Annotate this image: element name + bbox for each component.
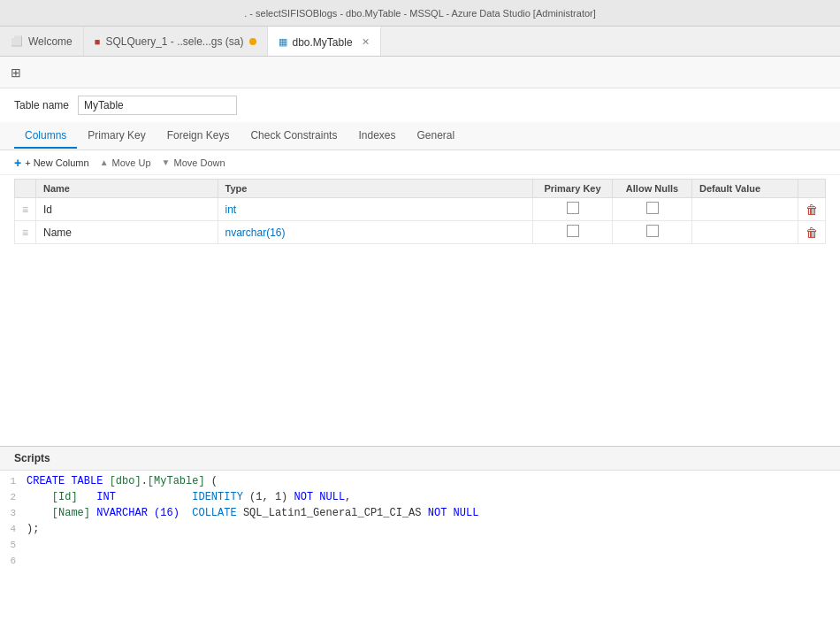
action-bar: + + New Column ▲ Move Up ▼ Move Down bbox=[0, 150, 840, 175]
delete-name-button[interactable]: 🗑 bbox=[806, 226, 818, 240]
checkbox-name-nulls[interactable] bbox=[646, 225, 659, 237]
cell-id-allow-nulls[interactable] bbox=[613, 198, 692, 221]
drag-handle-name: ≡ bbox=[15, 221, 36, 244]
arrow-down-icon: ▼ bbox=[162, 157, 171, 167]
cell-name-default[interactable] bbox=[692, 221, 798, 244]
th-allow-nulls: Allow Nulls bbox=[613, 180, 692, 198]
tab-mytable-label: dbo.MyTable bbox=[293, 36, 353, 49]
tab-foreign-keys[interactable]: Foreign Keys bbox=[157, 124, 241, 149]
grid-icon: ⊞ bbox=[11, 65, 21, 80]
scripts-header: Scripts bbox=[0, 447, 840, 471]
plus-icon: + bbox=[14, 156, 21, 170]
tab-bar: ⬜ Welcome ■ SQLQuery_1 - ..sele...gs (sa… bbox=[0, 27, 840, 57]
cell-name-delete[interactable]: 🗑 bbox=[798, 221, 826, 244]
tab-welcome[interactable]: ⬜ Welcome bbox=[0, 27, 84, 56]
line-content-6 bbox=[27, 555, 840, 567]
table-name-row: Table name bbox=[0, 88, 840, 122]
tab-sqlquery[interactable]: ■ SQLQuery_1 - ..sele...gs (sa) bbox=[84, 27, 268, 56]
line-content-5 bbox=[27, 539, 840, 551]
line-num-1: 1 bbox=[0, 476, 27, 487]
scripts-section: Scripts 1 CREATE TABLE [dbo].[MyTable] (… bbox=[0, 446, 840, 645]
tab-indexes[interactable]: Indexes bbox=[347, 124, 406, 149]
th-drag bbox=[15, 180, 36, 198]
th-default-value: Default Value bbox=[692, 180, 798, 198]
spacer bbox=[0, 248, 840, 446]
cell-id-default[interactable] bbox=[692, 198, 798, 221]
line-num-3: 3 bbox=[0, 508, 27, 518]
line-content-3: [Name] NVARCHAR (16) COLLATE SQL_Latin1_… bbox=[27, 507, 840, 519]
table-name-label: Table name bbox=[14, 99, 69, 111]
script-line-2: 2 [Id] INT IDENTITY (1, 1) NOT NULL, bbox=[0, 490, 840, 506]
cell-name-primary-key[interactable] bbox=[533, 221, 613, 244]
line-content-4: ); bbox=[27, 523, 840, 535]
th-actions bbox=[798, 180, 826, 198]
table-header-row: Name Type Primary Key Allow Nulls Defaul… bbox=[15, 180, 826, 198]
cell-id-primary-key[interactable] bbox=[533, 198, 613, 221]
script-line-3: 3 [Name] NVARCHAR (16) COLLATE SQL_Latin… bbox=[0, 506, 840, 522]
tab-welcome-label: Welcome bbox=[28, 35, 73, 48]
cell-name-type[interactable]: nvarchar(16) bbox=[218, 221, 533, 244]
tab-sqlquery-label: SQLQuery_1 - ..sele...gs (sa) bbox=[105, 35, 243, 48]
script-line-6: 6 bbox=[0, 554, 840, 570]
tab-primary-key[interactable]: Primary Key bbox=[77, 124, 156, 149]
cell-id-name[interactable]: Id bbox=[36, 198, 218, 221]
checkbox-id-pk[interactable] bbox=[567, 202, 579, 214]
move-up-button[interactable]: ▲ Move Up bbox=[100, 157, 151, 168]
table-name-input[interactable] bbox=[78, 96, 237, 115]
checkbox-id-nulls[interactable] bbox=[646, 202, 659, 214]
welcome-icon: ⬜ bbox=[11, 35, 23, 47]
new-column-button[interactable]: + + New Column bbox=[14, 156, 89, 170]
content-wrapper: ⊞ Table name Columns Primary Key Foreign… bbox=[0, 57, 840, 644]
columns-table: Name Type Primary Key Allow Nulls Defaul… bbox=[14, 179, 826, 244]
th-type: Type bbox=[218, 180, 533, 198]
line-content-2: [Id] INT IDENTITY (1, 1) NOT NULL, bbox=[27, 491, 840, 503]
line-content-1: CREATE TABLE [dbo].[MyTable] ( bbox=[27, 475, 840, 487]
move-down-button[interactable]: ▼ Move Down bbox=[162, 157, 225, 168]
script-line-4: 4 ); bbox=[0, 522, 840, 538]
tab-check-constraints[interactable]: Check Constraints bbox=[240, 124, 347, 149]
tab-columns[interactable]: Columns bbox=[14, 124, 77, 149]
unsaved-dot bbox=[249, 38, 256, 45]
line-num-4: 4 bbox=[0, 524, 27, 534]
cell-name-name[interactable]: Name bbox=[36, 221, 218, 244]
tab-general[interactable]: General bbox=[406, 124, 465, 149]
sql-icon: ■ bbox=[95, 36, 101, 47]
sub-tabs: Columns Primary Key Foreign Keys Check C… bbox=[0, 122, 840, 150]
tab-mytable[interactable]: ▦ dbo.MyTable ✕ bbox=[268, 27, 381, 56]
checkbox-name-pk[interactable] bbox=[567, 225, 579, 237]
tab-close-button[interactable]: ✕ bbox=[362, 36, 370, 48]
drag-handle-id: ≡ bbox=[15, 198, 36, 221]
th-name: Name bbox=[36, 180, 218, 198]
arrow-up-icon: ▲ bbox=[100, 157, 109, 167]
line-num-5: 5 bbox=[0, 540, 27, 550]
delete-id-button[interactable]: 🗑 bbox=[806, 203, 818, 217]
columns-table-container: Name Type Primary Key Allow Nulls Defaul… bbox=[0, 175, 840, 248]
script-line-1: 1 CREATE TABLE [dbo].[MyTable] ( bbox=[0, 474, 840, 490]
title-text: . - selectSIFISOBlogs - dbo.MyTable - MS… bbox=[244, 8, 596, 19]
table-row: ≡ Name nvarchar(16) 🗑 bbox=[15, 221, 826, 244]
script-line-5: 5 bbox=[0, 538, 840, 554]
th-primary-key: Primary Key bbox=[533, 180, 613, 198]
cell-id-delete[interactable]: 🗑 bbox=[798, 198, 826, 221]
scripts-body: 1 CREATE TABLE [dbo].[MyTable] ( 2 [Id] … bbox=[0, 471, 840, 573]
cell-name-allow-nulls[interactable] bbox=[613, 221, 692, 244]
table-icon: ▦ bbox=[279, 36, 287, 48]
line-num-6: 6 bbox=[0, 556, 27, 566]
cell-id-type[interactable]: int bbox=[218, 198, 533, 221]
table-row: ≡ Id int 🗑 bbox=[15, 198, 826, 221]
line-num-2: 2 bbox=[0, 492, 27, 502]
toolbar-area: ⊞ bbox=[0, 57, 840, 88]
title-bar: . - selectSIFISOBlogs - dbo.MyTable - MS… bbox=[0, 0, 840, 27]
